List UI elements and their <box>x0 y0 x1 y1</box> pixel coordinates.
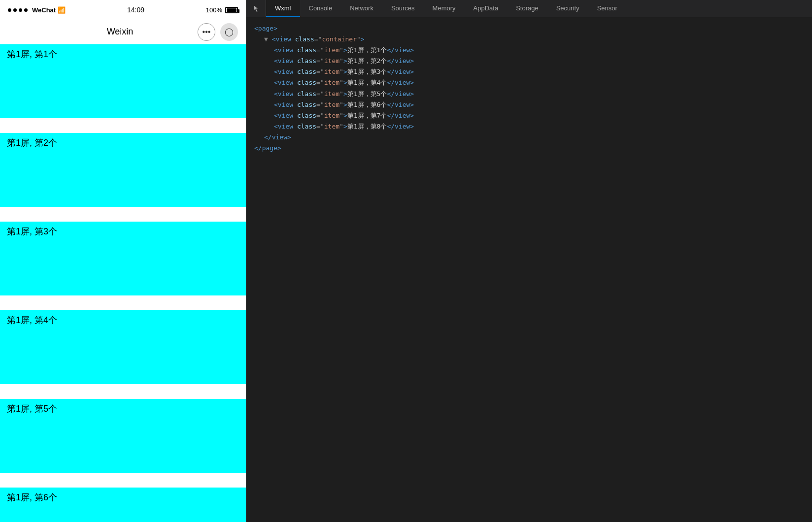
battery-icon <box>225 7 238 13</box>
item-label-3: 第1屏, 第3个 <box>7 226 57 237</box>
record-icon: ◯ <box>225 27 234 36</box>
status-bar: WeChat 📶 14:09 100% <box>0 0 246 20</box>
tab-console-label: Console <box>309 4 333 12</box>
code-line-view-close: </view> <box>254 132 804 143</box>
item-cyan-5: 第1屏, 第5个 <box>0 399 246 473</box>
list-item: 第1屏, 第1个 <box>0 44 246 133</box>
tab-appdata[interactable]: AppData <box>465 0 508 17</box>
code-line-page-close: </page> <box>254 143 804 154</box>
status-right: 100% <box>206 6 238 14</box>
item-label-4: 第1屏, 第4个 <box>7 314 57 326</box>
code-line-item-3: <view class="item">第1屏，第3个</view> <box>254 66 804 77</box>
code-line-item-1: <view class="item">第1屏，第1个</view> <box>254 45 804 56</box>
tab-wxml[interactable]: Wxml <box>266 0 300 17</box>
inspect-button[interactable] <box>246 0 266 17</box>
phone-simulator: WeChat 📶 14:09 100% Weixin ••• ◯ 第1屏, <box>0 0 246 522</box>
tab-memory[interactable]: Memory <box>424 0 465 17</box>
nav-record-button[interactable]: ◯ <box>220 23 238 41</box>
item-gap-4 <box>0 384 246 399</box>
item-label-6: 第1屏, 第6个 <box>7 491 57 503</box>
item-label-5: 第1屏, 第5个 <box>7 403 57 415</box>
code-line-item-8: <view class="item">第1屏，第8个</view> <box>254 121 804 132</box>
signal-dot-4 <box>24 8 28 12</box>
tab-security[interactable]: Security <box>547 0 588 17</box>
item-gap-2 <box>0 207 246 222</box>
tab-appdata-label: AppData <box>474 4 499 12</box>
tab-memory-label: Memory <box>433 4 456 12</box>
item-cyan-1: 第1屏, 第1个 <box>0 44 246 118</box>
code-line-item-7: <view class="item">第1屏，第7个</view> <box>254 110 804 121</box>
carrier-label: WeChat <box>32 6 56 14</box>
status-time: 14:09 <box>127 6 144 14</box>
phone-scroll-area[interactable]: 第1屏, 第1个 第1屏, 第2个 第1屏, 第3个 第1屏, 第4个 <box>0 44 246 522</box>
tab-security-label: Security <box>556 4 579 12</box>
devtools-panel: Wxml Console Network Sources Memory AppD… <box>246 0 812 522</box>
item-cyan-4: 第1屏, 第4个 <box>0 310 246 384</box>
item-label-1: 第1屏, 第1个 <box>7 48 57 60</box>
item-gap-3 <box>0 295 246 310</box>
list-item: 第1屏, 第6个 <box>0 488 246 522</box>
code-line-item-4: <view class="item">第1屏，第4个</view> <box>254 77 804 88</box>
nav-title: Weixin <box>107 27 134 37</box>
battery-fill <box>227 8 237 12</box>
nav-more-button[interactable]: ••• <box>198 23 215 41</box>
tab-sensor-label: Sensor <box>597 4 617 12</box>
tab-sources[interactable]: Sources <box>382 0 424 17</box>
tab-sources-label: Sources <box>391 4 415 12</box>
item-cyan-3: 第1屏, 第3个 <box>0 222 246 295</box>
list-item: 第1屏, 第5个 <box>0 399 246 488</box>
nav-actions: ••• ◯ <box>198 23 238 41</box>
item-cyan-2: 第1屏, 第2个 <box>0 133 246 207</box>
wifi-icon: 📶 <box>58 6 66 14</box>
tab-console[interactable]: Console <box>300 0 341 17</box>
code-line-page-open: <page> <box>254 23 804 34</box>
tab-storage[interactable]: Storage <box>507 0 547 17</box>
code-line-view-open: ▼ <view class="container"> <box>254 34 804 45</box>
item-gap-5 <box>0 473 246 488</box>
item-label-2: 第1屏, 第2个 <box>7 137 57 149</box>
code-line-item-2: <view class="item">第1屏，第2个</view> <box>254 56 804 66</box>
cursor-icon <box>252 4 260 12</box>
signal-dot-3 <box>19 8 22 12</box>
item-gap-1 <box>0 118 246 133</box>
list-item: 第1屏, 第3个 <box>0 222 246 310</box>
signal-dot-2 <box>13 8 17 12</box>
code-area[interactable]: <page> ▼ <view class="container"> <view … <box>246 17 812 522</box>
tab-sensor[interactable]: Sensor <box>588 0 626 17</box>
signal-dot-1 <box>8 8 11 12</box>
nav-bar: Weixin ••• ◯ <box>0 20 246 44</box>
code-line-item-6: <view class="item">第1屏，第6个</view> <box>254 99 804 110</box>
more-dots-icon: ••• <box>203 28 211 36</box>
list-item: 第1屏, 第2个 <box>0 133 246 222</box>
tab-network-label: Network <box>350 4 373 12</box>
code-line-item-5: <view class="item">第1屏，第5个</view> <box>254 89 804 99</box>
tab-storage-label: Storage <box>516 4 539 12</box>
status-left: WeChat 📶 <box>8 6 66 14</box>
list-item: 第1屏, 第4个 <box>0 310 246 399</box>
tab-wxml-label: Wxml <box>275 4 291 12</box>
tab-network[interactable]: Network <box>341 0 382 17</box>
devtools-toolbar: Wxml Console Network Sources Memory AppD… <box>246 0 812 17</box>
battery-pct-label: 100% <box>206 6 222 14</box>
item-cyan-6: 第1屏, 第6个 <box>0 488 246 522</box>
